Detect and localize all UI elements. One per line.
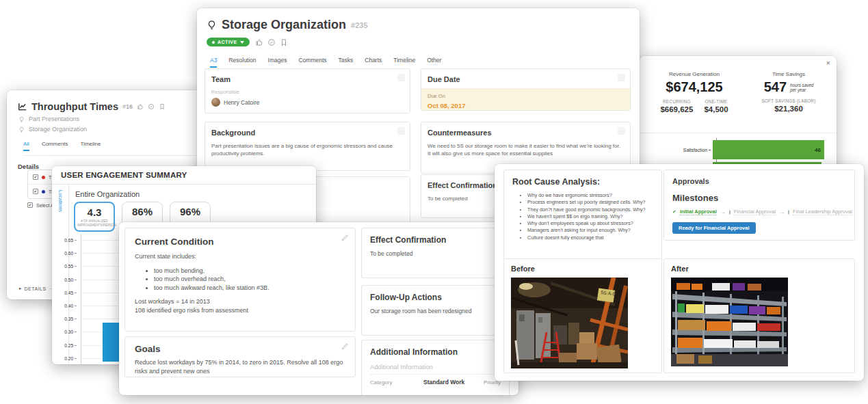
one-time-label: ONE-TIME: [704, 99, 728, 104]
root-cause-bullet: Why do we have ergonomic stressors?: [527, 192, 653, 199]
countermeasures-text: We need to 5S our storage room to make i…: [428, 142, 624, 157]
milestones-heading: Milestones: [672, 193, 846, 203]
root-cause-bullet: Process engineers set up poorly designed…: [527, 199, 653, 206]
window-title: Throughput Times: [31, 101, 118, 112]
category-value: Standard Work: [423, 379, 484, 386]
y-tick: 0.60: [52, 247, 77, 260]
status-dot: [212, 41, 215, 44]
tab-charts[interactable]: Charts: [365, 57, 382, 68]
thumbs-up-icon[interactable]: [137, 103, 144, 110]
edit-pencil-icon[interactable]: [341, 234, 349, 242]
metric-caption: # OF ANNUALIZED IMPROVEMENTS/PERSON: [75, 218, 114, 227]
recurring-value: $669,625: [660, 105, 693, 113]
tab-timeline[interactable]: Timeline: [393, 57, 415, 68]
card-heading: Background: [211, 129, 404, 137]
condition-bullet: too much overhead reach,: [154, 275, 345, 284]
condition-bullet: too much awkward reach, like station #3B…: [154, 284, 345, 293]
current-condition-window: Current Condition Current state includes…: [119, 222, 518, 395]
goals-text: Reduce lost workdays by 75% in 2014, to …: [135, 358, 345, 375]
series-dot-red: [42, 176, 45, 179]
metric-tile-improvements[interactable]: 4.3 # OF ANNUALIZED IMPROVEMENTS/PERSON: [74, 202, 115, 232]
lightbulb-icon: [18, 126, 25, 133]
after-card: After: [663, 258, 855, 373]
y-tick: 0.25: [52, 339, 77, 352]
edit-pencil-icon[interactable]: [341, 342, 349, 351]
before-card: Before 5S A-D: [503, 258, 662, 373]
responsible-name[interactable]: Henry Catoire: [224, 99, 259, 106]
team-card: Team Responsible Henry Catoire: [205, 68, 410, 113]
close-icon[interactable]: ×: [826, 59, 830, 67]
ready-for-financial-approval-button[interactable]: Ready for Financial Approval: [672, 222, 756, 234]
card-heading: Team: [211, 75, 404, 83]
condition-bullet: too much bending,: [154, 267, 345, 275]
after-photo[interactable]: [671, 278, 788, 366]
y-tick: 0.40: [52, 299, 77, 312]
metric-value: 4.3: [75, 206, 114, 218]
milestone-pending-icon: [729, 210, 731, 215]
card-heading: Goals: [135, 344, 345, 354]
parent-link-label: Storage Organization: [29, 126, 87, 133]
milestone-final-leadership-approval[interactable]: Final Leadership Approval: [793, 208, 852, 215]
tab-timeline[interactable]: Timeline: [81, 141, 101, 151]
tab-comments[interactable]: Comments: [298, 57, 326, 68]
time-savings-label: Time Savings: [746, 71, 831, 77]
revenue-label: Revenue Generation: [646, 71, 742, 77]
tab-comments[interactable]: Comments: [42, 141, 68, 151]
tab-tasks[interactable]: Tasks: [339, 57, 354, 68]
root-cause-bullet: Managers aren't asking for input enough.…: [527, 227, 653, 234]
thumbs-up-icon[interactable]: [255, 38, 263, 46]
background-card: Background Part presentation issues are …: [205, 122, 410, 171]
revenue-block: Revenue Generation $674,125 RECURRING $6…: [646, 71, 742, 113]
tab-other[interactable]: Other: [427, 57, 441, 68]
edit-button[interactable]: [618, 74, 625, 81]
edit-button[interactable]: [618, 127, 625, 135]
y-tick: 0.45: [52, 286, 77, 299]
bar-row: Satisfaction 46: [640, 140, 824, 159]
goals-card: Goals Reduce lost workdays by 75% in 201…: [124, 336, 356, 377]
locations-label: Locations: [57, 190, 64, 212]
divider: [640, 133, 837, 133]
status-badge[interactable]: ACTIVE: [207, 38, 250, 46]
milestone-pending-icon: [788, 210, 789, 215]
lightbulb-icon: [207, 20, 217, 30]
root-cause-card: Root Cause Analysis: Why do we have ergo…: [503, 170, 662, 260]
due-date-card: Due Date Due On Oct 08, 2017: [421, 68, 631, 111]
y-axis-ticks: 0.65 0.60 0.55 0.50 0.45 0.40 0.35 0.30 …: [52, 234, 77, 364]
window-title: Storage Organization: [222, 18, 346, 32]
tab-resolution[interactable]: Resolution: [228, 57, 256, 68]
follow-check-icon[interactable]: [267, 38, 276, 46]
follow-check-icon[interactable]: [148, 103, 155, 110]
root-cause-bullet: They don?t have good ergonomic backgroun…: [527, 206, 653, 213]
legend-label: T: [49, 175, 51, 180]
before-photo[interactable]: 5S A-D: [511, 278, 628, 368]
checkbox-checked[interactable]: ✔: [33, 174, 38, 180]
condition-intro: Current state includes:: [135, 252, 345, 261]
milestone-financial-approval[interactable]: Financial Approval: [734, 208, 776, 215]
parent-link[interactable]: Part Presentations: [18, 116, 207, 122]
bookmark-icon[interactable]: [159, 103, 166, 110]
card-heading: Due Date: [421, 75, 630, 83]
edit-button[interactable]: [397, 74, 405, 81]
root-cause-bullet: Culture doesnt fully encourage that: [527, 234, 653, 241]
parent-link-label: Part Presentations: [29, 116, 79, 122]
checkbox-checked[interactable]: ✔: [33, 189, 38, 194]
recurring-label: RECURRING: [660, 99, 693, 104]
tab-a3[interactable]: A3: [210, 57, 217, 68]
line-chart-icon: [18, 102, 27, 111]
bookmark-icon[interactable]: [280, 38, 288, 46]
follow-up-text: Our storage room has been redesigned: [370, 308, 501, 314]
tab-images[interactable]: Images: [268, 57, 287, 68]
y-tick: 0.35: [52, 312, 77, 325]
item-id: #16: [122, 103, 133, 110]
tab-all[interactable]: All: [23, 141, 29, 151]
y-tick: 0.30: [52, 325, 77, 338]
metric-value: 96%: [170, 206, 210, 217]
edit-button[interactable]: [397, 127, 405, 135]
checkbox-checked[interactable]: ✔: [27, 202, 33, 208]
satisfaction-bar: 46: [713, 140, 824, 159]
parent-link[interactable]: Storage Organization: [18, 126, 207, 133]
caret-down-icon: [240, 41, 244, 44]
card-heading: Countermeasures: [428, 129, 624, 137]
milestone-initial-approval[interactable]: Initial Approval: [680, 208, 717, 215]
details-footer-label: DETAILS: [25, 286, 47, 291]
